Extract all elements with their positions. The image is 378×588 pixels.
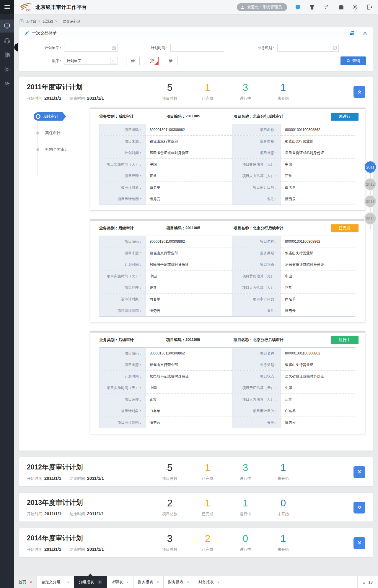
field-value: 银雀山支行营业部	[281, 247, 355, 259]
year-rail-item[interactable]: 2013	[364, 195, 377, 208]
toggle-button[interactable]: 借	[126, 57, 140, 65]
stat-number: 1	[264, 82, 302, 93]
toggle-button[interactable]: 贷	[145, 57, 159, 65]
plan-card-collapsed: 2013年度审计计划开始时间2011/1/1结束时间2011/1/12项目总数1…	[19, 493, 373, 522]
settings-gear-icon[interactable]	[352, 4, 359, 10]
date-group: 结束时间2011/1/1	[70, 95, 104, 101]
briefcase-icon[interactable]	[338, 4, 344, 10]
tab-close-icon[interactable]: ×	[67, 580, 69, 584]
flow-step-tag: 后续审计	[34, 112, 63, 121]
field-value: 白名单	[145, 294, 232, 305]
stat-label: 未开始	[264, 96, 302, 101]
workspace: 工作台>反洗钱>一次交易补录 一次交易补录 计划年度：	[14, 14, 378, 574]
main-column: IST 北京银丰审计工作平台 欢迎您：系统管理员	[14, 0, 378, 588]
breadcrumb-item[interactable]: 反洗钱	[43, 19, 53, 24]
flow-step[interactable]: 机构全面审计	[27, 145, 90, 154]
biz-id-input[interactable]	[277, 44, 331, 52]
tab[interactable]: 自定义分组...×	[37, 576, 74, 588]
detail-header-field: 业务类别：后续审计	[99, 226, 166, 231]
field-label: 被审计对象：	[100, 405, 146, 417]
plan-card-header: 2011年度审计计划开始时间2011/1/1结束时间2011/1/15项目总数1…	[19, 77, 373, 106]
sort-select[interactable]	[64, 57, 118, 65]
field-label: 项目审计范围：	[100, 305, 146, 317]
toggle-button[interactable]: 借	[164, 57, 177, 65]
expand-plan-button[interactable]	[353, 466, 365, 478]
field-label: 项目名称：	[234, 114, 253, 119]
date-label: 结束时间	[70, 512, 85, 516]
expand-plan-button[interactable]	[353, 537, 365, 549]
check-square-icon[interactable]	[110, 58, 116, 64]
year-rail-item[interactable]: 2012	[364, 178, 377, 191]
tab-close-icon[interactable]: ×	[187, 580, 189, 584]
detail-table-row: 项目经理：正常项目人力估算（人）：正常	[100, 282, 355, 294]
plan-dates: 开始时间2011/1/1结束时间2011/1/1	[27, 95, 135, 101]
date-value: 2011/1/1	[87, 547, 104, 552]
flow-step[interactable]: 离任审计	[27, 129, 90, 137]
filter-bars-icon[interactable]	[349, 30, 355, 36]
detail-table-row: 计划时间：居民省份证或临时身份证项目状态：居民省份证或临时身份证	[100, 259, 355, 270]
chat-bubble-icon[interactable]	[295, 4, 301, 10]
tab[interactable]: 财务报表×	[133, 576, 164, 588]
breadcrumb-item[interactable]: 一次交易补录	[59, 19, 81, 24]
tab-overflow-icon[interactable]: »	[363, 580, 365, 585]
tab-close-icon[interactable]: ×	[97, 580, 102, 584]
field-label: 业务类别：	[232, 359, 281, 371]
expand-plan-button[interactable]	[353, 502, 365, 514]
panel-title: 一次交易补录	[32, 30, 57, 36]
sidebar-item-system[interactable]	[0, 63, 14, 76]
headset-icon	[4, 37, 10, 44]
tab[interactable]: 财务报表×	[164, 576, 194, 588]
search-button[interactable]: 查询	[340, 56, 366, 65]
detail-header-field: 业务类别：后续审计	[99, 337, 166, 343]
swap-arrows-icon[interactable]	[323, 4, 330, 10]
tab-close-icon[interactable]: ×	[157, 580, 159, 584]
date-group: 结束时间2011/1/1	[70, 511, 104, 517]
sidebar-item-reports[interactable]	[0, 48, 14, 61]
detail-table: 项目编码：800001301100308862项目名称：800001301100…	[99, 347, 355, 428]
detail-table-row: 项目经理：正常项目人力估算（人）：正常	[100, 170, 355, 182]
detail-table-row: 项目审计范围：懂秀云备注：懂秀云	[100, 305, 355, 317]
logout-icon[interactable]	[366, 4, 373, 10]
tab-close-icon[interactable]: ×	[126, 580, 129, 584]
field-value: 白名单	[145, 182, 232, 193]
collapse-plan-button[interactable]	[353, 86, 365, 98]
calendar-icon[interactable]	[112, 46, 116, 50]
field-label: 项目实施时间（天）：	[100, 270, 146, 282]
plan-time-input[interactable]	[170, 44, 224, 52]
sidebar-item-user-admin[interactable]	[0, 77, 14, 90]
tab[interactable]: 分组报表×	[74, 576, 107, 588]
date-value: 2011/1/1	[44, 547, 61, 552]
tab[interactable]: 财务报表×	[194, 576, 224, 588]
field-value: 懂秀云	[145, 305, 232, 317]
field-value: 中国	[145, 159, 232, 170]
user-add-icon	[4, 81, 10, 87]
hamburger-menu-button[interactable]	[0, 0, 14, 14]
tab-label: 求职表	[111, 579, 123, 585]
field-label: 备注：	[232, 417, 281, 428]
panel-collapse-handle[interactable]	[14, 43, 18, 52]
user-welcome-badge[interactable]: 欢迎您：系统管理员	[237, 3, 287, 11]
tab[interactable]: 求职表×	[107, 576, 133, 588]
field-value: 居民省份证或临时身份证	[145, 147, 232, 159]
breadcrumb-item[interactable]: 工作台	[26, 19, 36, 24]
sidebar-item-support[interactable]	[0, 34, 14, 47]
double-chevron-up-icon[interactable]	[362, 30, 368, 36]
monitor-icon	[4, 23, 10, 29]
sidebar-item-workbench[interactable]	[0, 20, 14, 33]
flow-step[interactable]: 后续审计	[27, 112, 90, 121]
breadcrumb: 工作台>反洗钱>一次交易补录	[19, 17, 373, 25]
theme-shirt-icon[interactable]	[309, 4, 315, 10]
flow-step-dot-icon	[36, 132, 39, 135]
year-rail-item[interactable]: 2014	[364, 212, 377, 225]
date-value: 2011/1/1	[44, 511, 61, 516]
plan-year-input[interactable]	[64, 44, 118, 52]
tab-close-icon[interactable]: ×	[217, 580, 220, 584]
field-label: 项目费用估算（元）：	[232, 382, 281, 394]
detail-table-row: 被审计对象：白名单项目审计目的：白名单	[100, 405, 355, 417]
year-rail-item[interactable]: 2011	[364, 161, 377, 174]
tab[interactable]: 首页×	[14, 576, 37, 588]
biz-id-picker-button[interactable]	[331, 44, 339, 52]
stat-number: 0	[264, 498, 302, 508]
project-detail-card: 业务类别：后续审计项目编码：2011005项目名称：北京分行后续审计已完成项目编…	[90, 219, 365, 322]
tab-close-icon[interactable]: ×	[30, 580, 32, 584]
